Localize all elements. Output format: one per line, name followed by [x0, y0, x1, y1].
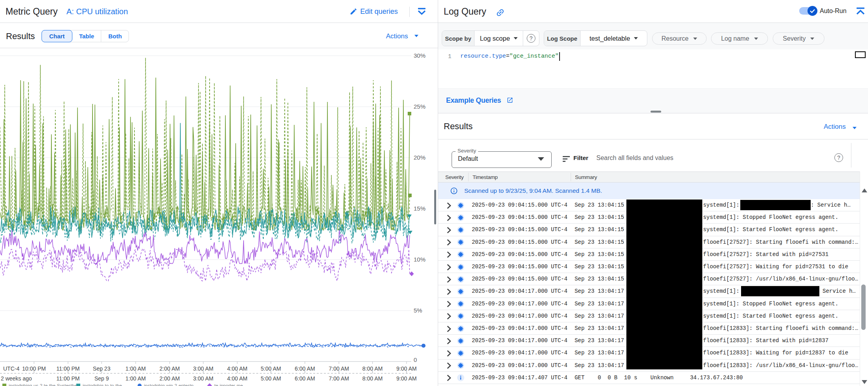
svg-text:3:00 AM: 3:00 AM [193, 365, 213, 372]
svg-text:1:00 AM: 1:00 AM [125, 375, 146, 382]
svg-text:8:00 AM: 8:00 AM [362, 375, 382, 382]
svg-text:instodphig-to-to-the: instodphig-to-to-the [83, 383, 122, 386]
svg-text:4:00 AM: 4:00 AM [227, 365, 247, 372]
svg-text:6:00 AM: 6:00 AM [295, 375, 315, 382]
svg-text:11:00 PM: 11:00 PM [57, 365, 80, 372]
svg-text:2:00 AM: 2:00 AM [159, 375, 180, 382]
svg-text:10%: 10% [414, 256, 425, 263]
svg-text:Sep 23: Sep 23 [93, 365, 111, 372]
svg-text:te-inporter-me: te-inporter-me [214, 383, 243, 386]
svg-text:15%: 15% [414, 205, 425, 212]
svg-text:25%: 25% [414, 103, 425, 110]
svg-text:4:00 AM: 4:00 AM [227, 375, 247, 382]
svg-text:5:00 AM: 5:00 AM [261, 365, 281, 372]
svg-text:UTC-4: UTC-4 [3, 365, 19, 372]
svg-text:8:00 AM: 8:00 AM [362, 365, 382, 372]
svg-text:30%: 30% [414, 52, 425, 59]
svg-text:instodphig-win-2-entestn: instodphig-win-2-entestn [144, 383, 193, 386]
svg-text:5:00 AM: 5:00 AM [261, 375, 281, 382]
svg-text:Sep 9: Sep 9 [95, 375, 109, 382]
svg-text:11:00 PM: 11:00 PM [57, 375, 80, 382]
svg-text:1:00 AM: 1:00 AM [125, 365, 146, 372]
svg-text:9:00 AM: 9:00 AM [396, 375, 416, 382]
svg-text:9:00 AM: 9:00 AM [396, 365, 416, 372]
svg-text:0: 0 [414, 356, 417, 363]
svg-text:7:00 AM: 7:00 AM [329, 365, 349, 372]
svg-text:instodphigg-us-2-te-the-Systes: instodphigg-us-2-te-the-Systesthe [9, 383, 77, 386]
svg-text:3:00 AM: 3:00 AM [193, 375, 213, 382]
svg-text:2:00 AM: 2:00 AM [159, 365, 180, 372]
svg-text:7:00 AM: 7:00 AM [329, 375, 349, 382]
svg-text:10:00 PM: 10:00 PM [22, 365, 46, 372]
svg-text:20%: 20% [414, 154, 425, 161]
svg-text:5%: 5% [414, 307, 422, 314]
svg-text:2 weeks ago: 2 weeks ago [1, 375, 32, 382]
svg-text:6:00 AM: 6:00 AM [295, 365, 315, 372]
